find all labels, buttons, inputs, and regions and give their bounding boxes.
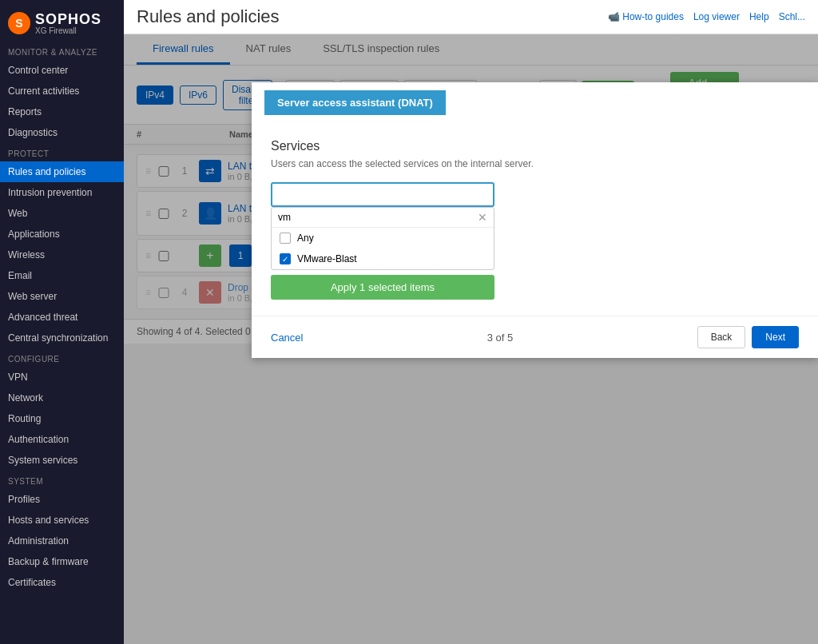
next-button[interactable]: Next bbox=[752, 326, 799, 348]
sidebar-item-routing[interactable]: Routing bbox=[0, 408, 124, 429]
option-vmware-blast-label: VMware-Blast bbox=[297, 253, 357, 264]
sidebar-item-central-sync[interactable]: Central synchronization bbox=[0, 328, 124, 348]
how-to-guides-link[interactable]: 📹 How-to guides bbox=[608, 11, 684, 22]
help-link[interactable]: Help bbox=[749, 11, 769, 22]
sidebar: S SOPHOS XG Firewall MONITOR & ANALYZE C… bbox=[0, 0, 124, 644]
dropdown-clear-icon[interactable]: ✕ bbox=[478, 211, 487, 224]
sidebar-item-intrusion-prevention[interactable]: Intrusion prevention bbox=[0, 182, 124, 203]
sidebar-item-backup-firmware[interactable]: Backup & firmware bbox=[0, 551, 124, 572]
dnat-header: Server access assistant (DNAT) bbox=[264, 90, 446, 115]
cancel-link[interactable]: Cancel bbox=[271, 332, 303, 344]
sidebar-item-diagnostics[interactable]: Diagnostics bbox=[0, 122, 124, 143]
sidebar-item-advanced-threat[interactable]: Advanced threat bbox=[0, 307, 124, 328]
sidebar-item-wireless[interactable]: Wireless bbox=[0, 244, 124, 265]
main-area: Rules and policies 📹 How-to guides Log v… bbox=[124, 0, 818, 644]
logo-area: S SOPHOS XG Firewall bbox=[0, 0, 124, 42]
sidebar-item-email[interactable]: Email bbox=[0, 265, 124, 286]
modal-pagination: Cancel 3 of 5 Back Next bbox=[252, 316, 818, 358]
user-menu[interactable]: Schl... bbox=[779, 11, 805, 22]
modal-section-title: Services bbox=[271, 139, 799, 153]
sidebar-item-current-activities[interactable]: Current activities bbox=[0, 81, 124, 101]
page-info: 3 of 5 bbox=[487, 332, 514, 344]
page-title: Rules and policies bbox=[137, 6, 280, 27]
modal-dnat: Server access assistant (DNAT) Services … bbox=[252, 82, 818, 358]
sidebar-item-system-services[interactable]: System services bbox=[0, 450, 124, 471]
modal-body: Services Users can access the selected s… bbox=[252, 123, 818, 316]
dnat-banner: Server access assistant (DNAT) bbox=[252, 82, 818, 123]
sidebar-item-certificates[interactable]: Certificates bbox=[0, 572, 124, 593]
sidebar-item-network[interactable]: Network bbox=[0, 388, 124, 408]
sidebar-item-rules-policies[interactable]: Rules and policies bbox=[0, 161, 124, 182]
sophos-name: SOPHOS bbox=[35, 11, 101, 28]
apply-selected-button[interactable]: Apply 1 selected items bbox=[271, 275, 494, 300]
option-any[interactable]: Any bbox=[272, 228, 494, 248]
sidebar-item-applications[interactable]: Applications bbox=[0, 224, 124, 244]
log-viewer-link[interactable]: Log viewer bbox=[693, 11, 740, 22]
topbar: Rules and policies 📹 How-to guides Log v… bbox=[124, 0, 818, 34]
sidebar-item-control-center[interactable]: Control center bbox=[0, 60, 124, 81]
sidebar-item-web-server[interactable]: Web server bbox=[0, 286, 124, 307]
checkbox-any[interactable] bbox=[280, 233, 291, 244]
sidebar-item-administration[interactable]: Administration bbox=[0, 531, 124, 551]
sidebar-item-profiles[interactable]: Profiles bbox=[0, 489, 124, 510]
services-dropdown: vm ✕ Any ✓ VMware-Blast bbox=[271, 207, 494, 270]
sophos-icon: S bbox=[8, 12, 30, 34]
sidebar-item-hosts-services[interactable]: Hosts and services bbox=[0, 510, 124, 531]
topbar-links: 📹 How-to guides Log viewer Help Schl... bbox=[608, 11, 805, 22]
sidebar-section-system: SYSTEM bbox=[0, 471, 124, 489]
dropdown-search-row: vm ✕ bbox=[272, 208, 494, 228]
services-search-input[interactable] bbox=[271, 182, 494, 207]
back-button[interactable]: Back bbox=[697, 326, 746, 348]
checkbox-vmware-blast[interactable]: ✓ bbox=[280, 253, 291, 264]
dropdown-search-field[interactable]: vm bbox=[278, 212, 475, 223]
sidebar-item-vpn[interactable]: VPN bbox=[0, 367, 124, 388]
option-any-label: Any bbox=[297, 233, 314, 244]
option-vmware-blast[interactable]: ✓ VMware-Blast bbox=[272, 248, 494, 269]
sidebar-item-web[interactable]: Web bbox=[0, 203, 124, 224]
content-area: Firewall rules NAT rules SSL/TLS inspect… bbox=[124, 34, 818, 644]
sidebar-section-monitor: MONITOR & ANALYZE bbox=[0, 42, 124, 60]
sidebar-item-authentication[interactable]: Authentication bbox=[0, 429, 124, 450]
modal-subtitle: Users can access the selected services o… bbox=[271, 158, 799, 169]
sidebar-section-configure: CONFIGURE bbox=[0, 348, 124, 367]
sidebar-section-protect: PROTECT bbox=[0, 143, 124, 161]
sidebar-item-reports[interactable]: Reports bbox=[0, 101, 124, 122]
